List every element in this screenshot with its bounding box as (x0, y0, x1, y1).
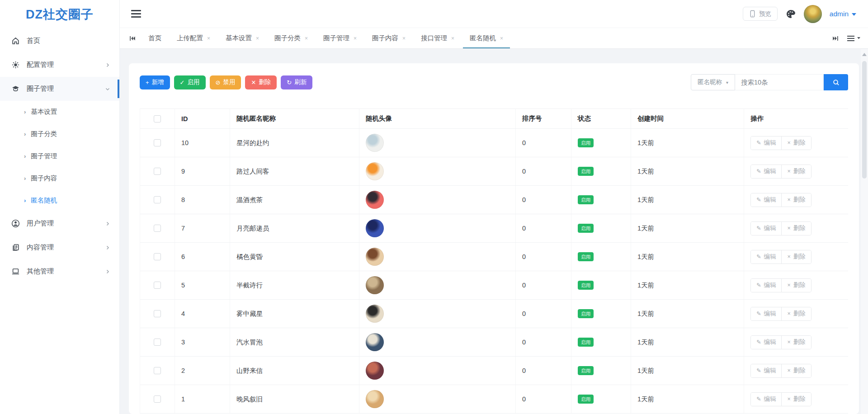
close-tab-icon[interactable]: × (256, 36, 259, 41)
close-tab-icon[interactable]: × (305, 36, 308, 41)
row-checkbox[interactable] (154, 367, 161, 374)
close-tab-icon[interactable]: × (402, 36, 406, 41)
close-tab-icon[interactable]: × (207, 36, 210, 41)
row-checkbox[interactable] (154, 139, 161, 146)
delete-button[interactable]: × 删除 (781, 136, 811, 150)
row-nickname: 山野来信 (230, 357, 359, 385)
submenu-arrow-icon: › (24, 175, 26, 182)
delete-button[interactable]: × 删除 (781, 393, 811, 406)
scroll-up-icon[interactable] (862, 53, 867, 56)
sidebar-item-label: 配置管理 (27, 61, 105, 69)
edit-button[interactable]: ✎ 编辑 (751, 250, 781, 263)
search-button[interactable] (824, 74, 848, 90)
scrollbar-thumb[interactable] (862, 61, 867, 179)
tabs-scroll-end-icon[interactable] (827, 28, 844, 48)
sidebar-item-other[interactable]: 其他管理 (0, 259, 119, 283)
edit-button[interactable]: ✎ 编辑 (751, 222, 781, 235)
data-table: ID 随机匿名昵称 随机头像 排序号 状态 创建时间 操作 10 星河的赴约 (140, 108, 848, 414)
search-input[interactable] (735, 74, 824, 90)
close-tab-icon[interactable]: × (500, 36, 503, 41)
row-checkbox[interactable] (154, 310, 161, 317)
delete-button[interactable]: × 删除 (781, 193, 811, 207)
tab-circle-content[interactable]: 圈子内容 × (364, 28, 413, 48)
tab-anonymous-random[interactable]: 匿名随机 × (462, 28, 511, 48)
close-tab-icon[interactable]: × (354, 36, 357, 41)
vertical-scrollbar[interactable] (861, 49, 868, 414)
edit-button[interactable]: ✎ 编辑 (751, 279, 781, 292)
theme-palette-icon[interactable] (785, 9, 796, 19)
graduation-cap-icon (11, 85, 20, 93)
user-menu[interactable]: admin (830, 10, 856, 18)
user-avatar[interactable] (804, 5, 822, 23)
pencil-icon: ✎ (756, 226, 761, 231)
col-header-status: 状态 (571, 109, 631, 128)
row-checkbox[interactable] (154, 282, 161, 289)
row-checkbox[interactable] (154, 168, 161, 175)
tab-basic-settings[interactable]: 基本设置 × (218, 28, 267, 48)
table-row: 2 山野来信 0 启用 1天前 ✎ 编辑 (140, 357, 848, 385)
add-button[interactable]: + 新增 (140, 75, 170, 89)
delete-label: 删除 (793, 310, 806, 318)
row-sort: 0 (516, 385, 571, 413)
delete-button[interactable]: × 删除 (781, 250, 811, 263)
tab-circle-manage[interactable]: 圈子管理 × (316, 28, 364, 48)
row-actions: ✎ 编辑 × 删除 (750, 307, 811, 321)
delete-button[interactable]: × 删除 (781, 307, 811, 320)
sidebar-item-circle-content[interactable]: › 圈子内容 (0, 167, 119, 189)
delete-button[interactable]: × 删除 (781, 279, 811, 292)
row-checkbox[interactable] (154, 196, 161, 203)
tab-api-manage[interactable]: 接口管理 × (413, 28, 462, 48)
pencil-icon: ✎ (756, 254, 761, 260)
tab-upload-config[interactable]: 上传配置 × (169, 28, 218, 48)
search-field-select[interactable]: 匿名昵称 ▾ (691, 74, 735, 90)
sidebar-toggle-icon[interactable] (131, 8, 141, 20)
home-icon (11, 37, 20, 45)
close-tab-icon[interactable]: × (451, 36, 454, 41)
edit-button[interactable]: ✎ 编辑 (751, 336, 781, 349)
status-badge: 启用 (578, 338, 594, 347)
sidebar-item-config[interactable]: 配置管理 (0, 53, 119, 77)
sidebar-item-circle-category[interactable]: › 圈子分类 (0, 123, 119, 145)
edit-button[interactable]: ✎ 编辑 (751, 165, 781, 178)
delete-button[interactable]: × 删除 (781, 222, 811, 235)
row-checkbox[interactable] (154, 395, 161, 403)
cross-icon: × (787, 368, 790, 374)
sidebar-item-basic-settings[interactable]: › 基本设置 (0, 101, 119, 123)
tab-circle-category[interactable]: 圈子分类 × (267, 28, 316, 48)
sidebar-item-circle-group[interactable]: 圈子管理 (0, 77, 119, 101)
delete-button[interactable]: × 删除 (781, 336, 811, 349)
tabs-menu-icon[interactable] (844, 28, 863, 48)
row-checkbox[interactable] (154, 339, 161, 346)
cross-icon: × (787, 311, 790, 317)
tab-label: 上传配置 (177, 34, 203, 42)
sidebar-item-users[interactable]: 用户管理 (0, 212, 119, 235)
sidebar-item-anonymous-random[interactable]: › 匿名随机 (0, 189, 119, 212)
edit-button[interactable]: ✎ 编辑 (751, 393, 781, 406)
edit-button[interactable]: ✎ 编辑 (751, 193, 781, 207)
row-actions: ✎ 编辑 × 删除 (750, 392, 811, 406)
tabs-scroll-start-icon[interactable] (124, 28, 141, 48)
disable-button[interactable]: ⊘ 禁用 (210, 75, 241, 89)
row-actions: ✎ 编辑 × 删除 (750, 136, 811, 150)
sidebar-item-home[interactable]: 首页 (0, 29, 119, 53)
delete-selected-button[interactable]: ✕ 删除 (245, 75, 277, 89)
sidebar-item-content[interactable]: 内容管理 (0, 235, 119, 259)
row-checkbox[interactable] (154, 253, 161, 260)
edit-button[interactable]: ✎ 编辑 (751, 364, 781, 377)
delete-button[interactable]: × 删除 (781, 165, 811, 178)
row-avatar (366, 362, 384, 380)
enable-button[interactable]: ✓ 启用 (174, 75, 206, 89)
chevron-right-icon (105, 245, 110, 250)
edit-button[interactable]: ✎ 编辑 (751, 136, 781, 150)
row-avatar (366, 333, 384, 351)
sidebar-item-circle-manage[interactable]: › 圈子管理 (0, 145, 119, 167)
select-all-checkbox[interactable] (154, 115, 161, 122)
refresh-button[interactable]: ↻ 刷新 (281, 75, 312, 89)
preview-button[interactable]: 预览 (743, 7, 778, 21)
delete-button[interactable]: × 删除 (781, 364, 811, 377)
edit-button[interactable]: ✎ 编辑 (751, 307, 781, 320)
status-badge: 启用 (578, 224, 594, 233)
row-checkbox[interactable] (154, 225, 161, 232)
row-nickname: 月亮邮递员 (230, 214, 359, 242)
tab-home[interactable]: 首页 (141, 28, 169, 48)
